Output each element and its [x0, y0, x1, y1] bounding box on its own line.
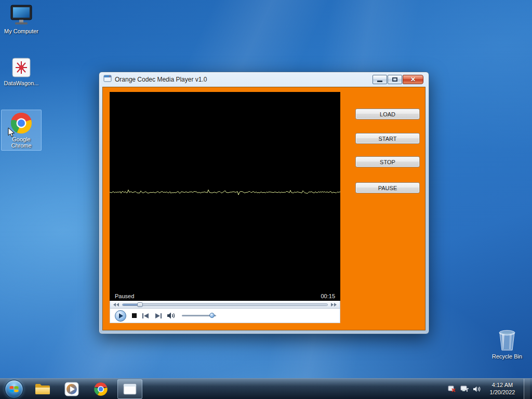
load-button[interactable]: LOAD: [355, 109, 420, 119]
desktop-icon-google-chrome[interactable]: Google Chrome: [1, 110, 42, 151]
previous-button[interactable]: [142, 313, 149, 318]
maximize-button[interactable]: [388, 75, 402, 84]
playback-status-bar: Paused 00:15: [110, 291, 340, 301]
stop-side-button[interactable]: STOP: [355, 156, 420, 167]
play-button[interactable]: [115, 310, 126, 322]
close-icon: ✕: [410, 76, 416, 83]
playback-status: Paused: [115, 293, 134, 299]
close-button[interactable]: ✕: [403, 75, 423, 84]
seek-thumb[interactable]: [137, 302, 143, 307]
tray-device-error-icon[interactable]: [448, 385, 456, 392]
rewind-icon[interactable]: [113, 303, 119, 307]
start-button[interactable]: START: [355, 133, 420, 144]
desktop-icon-label: Recycle Bin: [488, 353, 526, 360]
desktop-icon-datawagon[interactable]: DataWagon...: [1, 55, 42, 88]
window-client-area: Paused 00:15: [102, 87, 425, 330]
minimize-button[interactable]: [373, 75, 387, 84]
my-computer-icon: [2, 5, 41, 26]
playback-time: 00:15: [321, 293, 335, 299]
media-player-control: Paused 00:15: [110, 92, 340, 323]
tray-network-icon[interactable]: [460, 385, 469, 392]
clock-time: 4:12 AM: [486, 382, 519, 389]
taskbar: 4:12 AM 1/20/2022: [0, 378, 532, 399]
system-tray: 4:12 AM 1/20/2022: [448, 379, 532, 399]
seek-bar-row: [110, 301, 340, 309]
desktop-icon-recycle-bin[interactable]: Recycle Bin: [487, 326, 527, 361]
next-button[interactable]: [155, 313, 162, 318]
taskbar-active-window-button[interactable]: [117, 379, 142, 399]
stop-button[interactable]: [132, 313, 137, 318]
desktop-icon-label: DataWagon...: [2, 80, 41, 86]
desktop: My Computer DataWagon...: [0, 0, 532, 399]
clock-date: 1/20/2022: [486, 389, 519, 396]
volume-thumb[interactable]: [209, 313, 215, 318]
taskbar-chrome-button[interactable]: [86, 379, 115, 399]
waveform-canvas: [110, 92, 340, 301]
media-player-icon: [64, 382, 79, 396]
mute-button[interactable]: [167, 312, 176, 319]
minimize-icon: [377, 81, 382, 82]
seek-slider[interactable]: [122, 303, 328, 306]
show-desktop-button[interactable]: [524, 379, 530, 399]
chrome-icon: [94, 382, 108, 396]
desktop-icon-my-computer[interactable]: My Computer: [1, 3, 42, 36]
window-app-icon: [103, 75, 112, 84]
datawagon-icon: [2, 57, 41, 78]
audio-waveform: [110, 190, 340, 195]
window-title: Orange Codec Media Player v1.0: [115, 76, 207, 83]
recycle-bin-icon: [488, 328, 526, 352]
video-screen: Paused 00:15: [110, 92, 340, 301]
fast-forward-icon[interactable]: [331, 303, 337, 307]
taskbar-clock[interactable]: 4:12 AM 1/20/2022: [486, 382, 519, 396]
mouse-cursor: [8, 127, 15, 140]
windows-start-icon: [5, 380, 23, 398]
taskbar-media-player-button[interactable]: [57, 379, 86, 399]
transport-controls: [110, 309, 340, 323]
window-controls: ✕: [373, 75, 423, 84]
taskbar-explorer-button[interactable]: [28, 379, 57, 399]
start-button[interactable]: [0, 379, 28, 399]
play-icon: [119, 313, 123, 318]
volume-slider[interactable]: [182, 315, 216, 316]
pause-button[interactable]: PAUSE: [355, 182, 420, 193]
media-player-window: Orange Codec Media Player v1.0 ✕ Paused …: [99, 72, 429, 334]
maximize-icon: [392, 77, 397, 82]
seek-progress: [123, 304, 139, 305]
desktop-icon-label: My Computer: [2, 28, 41, 34]
tray-volume-icon[interactable]: [473, 386, 481, 392]
active-window-icon: [123, 383, 137, 395]
folder-icon: [35, 383, 50, 395]
